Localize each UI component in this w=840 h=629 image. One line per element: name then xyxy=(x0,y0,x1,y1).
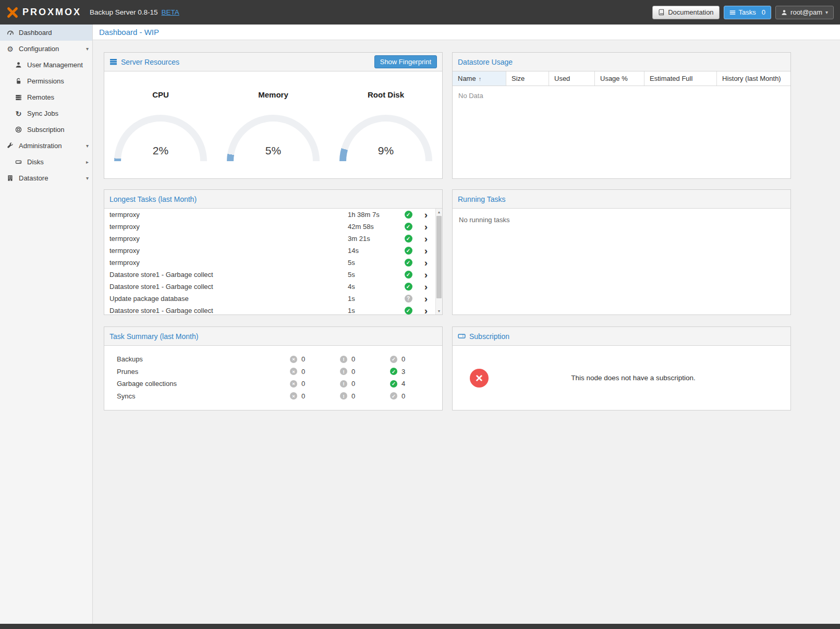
show-fingerprint-button[interactable]: Show Fingerprint xyxy=(374,55,437,68)
sidebar-item-remotes[interactable]: Remotes xyxy=(0,89,92,105)
sidebar-item-sync-jobs[interactable]: ↻ Sync Jobs xyxy=(0,105,92,122)
task-row[interactable]: termproxy 3m 21s ✓ › xyxy=(104,233,435,245)
ok-count-icon: ✓ xyxy=(390,392,397,400)
sidebar-item-user-management[interactable]: User Management xyxy=(0,57,92,73)
column-header-used[interactable]: Used xyxy=(549,71,595,86)
user-label: root@pam xyxy=(790,8,822,16)
chevron-right-icon[interactable]: › xyxy=(417,306,435,314)
summary-row: Prunes ×0 !0 ✓3 xyxy=(104,366,442,378)
scrollbar[interactable]: ▲ ▼ xyxy=(435,209,442,314)
tasks-rows: termproxy 1h 38m 7s ✓ › termproxy 42m 58… xyxy=(104,209,435,314)
ok-count: 0 xyxy=(401,355,405,363)
column-label: Size xyxy=(512,75,525,82)
panel-title: Server Resources xyxy=(121,58,179,66)
ok-count-icon: ✓ xyxy=(390,380,397,388)
sidebar-item-dashboard[interactable]: Dashboard xyxy=(0,25,92,41)
error-count-icon: × xyxy=(290,356,297,363)
task-name: termproxy xyxy=(109,247,348,255)
expand-caret-icon[interactable]: ▸ xyxy=(86,159,89,165)
task-name: termproxy xyxy=(109,235,348,243)
collapse-caret-icon[interactable]: ▾ xyxy=(86,143,89,149)
error-count: 0 xyxy=(301,392,305,400)
chevron-right-icon[interactable]: › xyxy=(417,270,435,280)
task-row[interactable]: termproxy 42m 58s ✓ › xyxy=(104,221,435,233)
documentation-button[interactable]: Documentation xyxy=(652,6,719,19)
sidebar-item-permissions[interactable]: Permissions xyxy=(0,73,92,89)
collapse-caret-icon[interactable]: ▾ xyxy=(86,46,89,52)
task-name: Datastore store1 - Garbage collect xyxy=(109,271,348,279)
task-row[interactable]: termproxy 14s ✓ › xyxy=(104,245,435,257)
panel-title: Task Summary (last Month) xyxy=(109,332,198,341)
panel-title: Datastore Usage xyxy=(458,58,513,66)
chevron-right-icon[interactable]: › xyxy=(417,258,435,268)
scroll-up-icon[interactable]: ▲ xyxy=(436,209,442,215)
chevron-right-icon[interactable]: › xyxy=(417,294,435,304)
ok-count-icon: ✓ xyxy=(390,356,397,363)
scroll-down-icon[interactable]: ▼ xyxy=(436,308,442,314)
status-ok-icon: ✓ xyxy=(405,235,412,243)
sidebar-item-subscription[interactable]: Subscription xyxy=(0,122,92,138)
column-label: History (last Month) xyxy=(722,75,781,82)
ticket-icon xyxy=(458,332,466,340)
no-data-text: No Data xyxy=(453,86,790,105)
column-header-size[interactable]: Size xyxy=(506,71,549,86)
column-header-usage-pct[interactable]: Usage % xyxy=(595,71,644,86)
status-ok-icon: ✓ xyxy=(405,259,412,267)
task-row[interactable]: termproxy 1h 38m 7s ✓ › xyxy=(104,209,435,221)
brand-text: PROXMOX xyxy=(22,7,81,18)
gauge-value: 2% xyxy=(114,144,207,157)
root-disk-gauge: Root Disk 9% xyxy=(330,71,442,161)
collapse-caret-icon[interactable]: ▾ xyxy=(86,175,89,181)
task-row[interactable]: Datastore store1 - Garbage collect 4s ✓ … xyxy=(104,281,435,293)
summary-label: Prunes xyxy=(117,368,290,376)
sidebar-item-label: User Management xyxy=(27,61,83,69)
bottom-edge xyxy=(0,624,840,629)
task-row[interactable]: termproxy 5s ✓ › xyxy=(104,257,435,269)
sidebar-item-label: Sync Jobs xyxy=(27,110,58,117)
tasks-button[interactable]: Tasks 0 xyxy=(724,6,771,19)
error-count-icon: × xyxy=(290,380,297,388)
scrollbar-thumb[interactable] xyxy=(436,216,442,298)
task-name: termproxy xyxy=(109,223,348,231)
wrench-icon xyxy=(5,142,15,149)
panel-header: Subscription xyxy=(453,327,790,346)
task-list-icon xyxy=(729,9,736,16)
panel-header: Running Tasks xyxy=(453,190,790,209)
task-row[interactable]: Datastore store1 - Garbage collect 5s ✓ … xyxy=(104,269,435,281)
chevron-right-icon[interactable]: › xyxy=(417,210,435,220)
subscription-message: This node does not have a subscription. xyxy=(489,374,778,382)
task-duration: 42m 58s xyxy=(348,223,400,231)
gauge-label: Root Disk xyxy=(368,90,404,99)
column-header-estimated-full[interactable]: Estimated Full xyxy=(644,71,717,86)
sidebar-item-administration[interactable]: Administration ▾ xyxy=(0,138,92,154)
sidebar-item-label: Subscription xyxy=(27,126,65,134)
no-running-tasks-text: No running tasks xyxy=(453,209,790,231)
column-header-name[interactable]: Name ↑ xyxy=(453,71,506,86)
gauge-label: CPU xyxy=(152,90,169,99)
task-row[interactable]: Datastore store1 - Garbage collect 1s ✓ … xyxy=(104,305,435,314)
task-row[interactable]: Update package database 1s ? › xyxy=(104,293,435,305)
gears-icon: ⚙ xyxy=(5,45,15,53)
no-subscription-cross-icon: × xyxy=(470,369,489,388)
warning-count: 0 xyxy=(351,380,355,388)
beta-link[interactable]: BETA xyxy=(162,8,179,16)
sidebar-item-label: Datastore xyxy=(19,174,48,182)
sort-ascending-icon: ↑ xyxy=(479,76,482,82)
summary-label: Backups xyxy=(117,355,290,363)
sidebar-item-datastore[interactable]: Datastore ▾ xyxy=(0,170,92,186)
task-duration: 3m 21s xyxy=(348,235,400,243)
column-header-history[interactable]: History (last Month) xyxy=(717,71,790,86)
user-menu-button[interactable]: root@pam ▾ xyxy=(775,6,834,19)
memory-gauge: Memory 5% xyxy=(217,71,330,161)
topbar-actions: Documentation Tasks 0 root@pam ▾ xyxy=(652,6,834,19)
chevron-right-icon[interactable]: › xyxy=(417,282,435,292)
chevron-right-icon[interactable]: › xyxy=(417,234,435,244)
sidebar-item-configuration[interactable]: ⚙ Configuration ▾ xyxy=(0,41,92,57)
running-tasks-panel: Running Tasks No running tasks xyxy=(452,189,791,315)
task-duration: 5s xyxy=(348,259,400,267)
chevron-right-icon[interactable]: › xyxy=(417,222,435,232)
error-count-icon: × xyxy=(290,392,297,400)
sidebar-item-disks[interactable]: Disks ▸ xyxy=(0,154,92,170)
status-ok-icon: ✓ xyxy=(405,211,412,219)
chevron-right-icon[interactable]: › xyxy=(417,246,435,256)
